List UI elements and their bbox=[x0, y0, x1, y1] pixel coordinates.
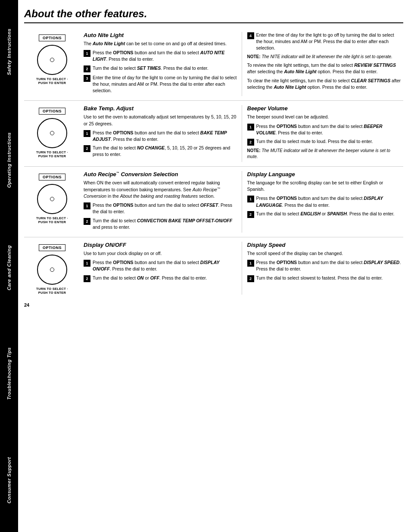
step-1-beeper: 1 Press the OPTIONS button and turn the … bbox=[247, 123, 402, 136]
feature-desc-auto-recipe: When ON the oven will automatically conv… bbox=[84, 180, 238, 199]
step-text-3: Enter the time of day for the light to c… bbox=[93, 75, 238, 94]
step-1-display-lang: 1 Press the OPTIONS button and turn the … bbox=[247, 195, 402, 208]
step-2-bake-temp: 2 Turn the dial to select NO CHANGE, 5, … bbox=[84, 145, 238, 158]
step-num-ar2: 2 bbox=[84, 218, 90, 225]
step-num-bv1: 1 bbox=[247, 124, 254, 131]
feature-desc-beeper: The beeper sound level can be adjusted. bbox=[247, 114, 402, 120]
step-2-display-lang: 2 Turn the dial to select ENGLISH or SPA… bbox=[247, 211, 402, 218]
note-nite-indicator: NOTE: The NITE indicator will be lit whe… bbox=[247, 54, 402, 60]
step-num-bv2: 2 bbox=[247, 139, 254, 146]
step-1-display-speed: 1 Press the OPTIONS button and turn the … bbox=[247, 259, 402, 272]
device-caption-2: TURN TO SELECT · PUSH TO ENTER bbox=[32, 150, 73, 158]
step-4-auto-nite-light: 4 Enter the time of day for the light to… bbox=[247, 32, 402, 52]
right-col-display-lang: Display Language The language for the sc… bbox=[242, 171, 404, 233]
options-button-2: OPTIONS bbox=[39, 108, 65, 115]
step-text-b1: Press the OPTIONS button and turn the di… bbox=[93, 130, 238, 143]
feature-desc-display-speed: The scroll speed of the display can be c… bbox=[247, 250, 402, 257]
step-2-display-onoff: 2 Turn the dial to select ON or OFF. Pre… bbox=[84, 275, 238, 282]
clear-settings-text: To clear the nite light settings, turn t… bbox=[247, 78, 402, 90]
dial-circle-1 bbox=[37, 45, 67, 75]
right-col-auto-nite-light: 4 Enter the time of day for the light to… bbox=[242, 32, 404, 96]
left-col-auto-nite-light: Auto Nite Light The Auto Nite Light can … bbox=[80, 32, 242, 96]
feature-desc-auto-nite-light: The Auto Nite Light can be set to come o… bbox=[84, 40, 238, 47]
note-mute-indicator: NOTE: The MUTE indicator will be lit whe… bbox=[247, 148, 402, 160]
tab-safety-instructions[interactable]: Safety Instructions bbox=[6, 25, 12, 79]
section-recipe-lang: OPTIONS TURN TO SELECT · PUSH TO ENTER A… bbox=[24, 167, 403, 237]
dial-circle-2 bbox=[37, 118, 67, 148]
step-num-b2: 2 bbox=[84, 145, 90, 152]
step-text-4: Enter the time of day for the light to g… bbox=[256, 32, 402, 52]
feature-title-auto-nite-light: Auto Nite Light bbox=[84, 32, 238, 38]
section-display-onoff-speed: OPTIONS TURN TO SELECT · PUSH TO ENTER D… bbox=[24, 237, 403, 299]
page-number: 24 bbox=[24, 302, 403, 308]
feature-desc-bake-temp: Use to set the oven to automatically adj… bbox=[84, 114, 238, 127]
step-text-ds2: Turn the dial to select slowest to faste… bbox=[256, 275, 402, 281]
main-content: About the other features. OPTIONS TURN T… bbox=[18, 0, 411, 532]
step-num-ds1: 1 bbox=[247, 260, 254, 267]
step-num-ar1: 1 bbox=[84, 202, 90, 209]
step-1-bake-temp: 1 Press the OPTIONS button and turn the … bbox=[84, 130, 238, 143]
step-num-ds2: 2 bbox=[247, 275, 254, 282]
step-num-4: 4 bbox=[247, 32, 254, 39]
step-text-do2: Turn the dial to select ON or OFF. Press… bbox=[93, 275, 238, 281]
step-text-bv2: Turn the dial to select mute to loud. Pr… bbox=[256, 138, 402, 145]
step-2-beeper: 2 Turn the dial to select mute to loud. … bbox=[247, 138, 402, 146]
left-col-display-onoff: Display ON/OFF Use to turn your clock di… bbox=[80, 242, 242, 295]
options-button-3: OPTIONS bbox=[39, 174, 65, 180]
dial-circle-4 bbox=[37, 255, 67, 285]
feature-title-bake-temp: Bake Temp. Adjust bbox=[84, 105, 238, 112]
step-2-display-speed: 2 Turn the dial to select slowest to fas… bbox=[247, 275, 402, 282]
step-text-b2: Turn the dial to select NO CHANGE, 5, 10… bbox=[93, 145, 238, 158]
feature-desc-display-lang: The language for the scrolling display c… bbox=[247, 180, 402, 193]
feature-title-display-speed: Display Speed bbox=[247, 242, 402, 248]
options-button-1: OPTIONS bbox=[39, 34, 65, 41]
page-title: About the other features. bbox=[24, 8, 403, 23]
left-col-bake-temp: Bake Temp. Adjust Use to set the oven to… bbox=[80, 105, 242, 162]
step-text-ar2: Turn the dial to select CONVECTION BAKE … bbox=[93, 218, 238, 230]
step-text-ar1: Press the OPTIONS button and turn the di… bbox=[93, 202, 238, 215]
step-num-do2: 2 bbox=[84, 275, 90, 282]
step-num-dl2: 2 bbox=[247, 211, 254, 218]
step-text-1: Press the OPTIONS button and turn the di… bbox=[93, 50, 238, 62]
step-num-dl1: 1 bbox=[247, 196, 254, 202]
step-text-dl2: Turn the dial to select ENGLISH or SPANI… bbox=[256, 211, 402, 217]
device-caption-3: TURN TO SELECT · PUSH TO ENTER bbox=[32, 216, 73, 224]
step-text-bv1: Press the OPTIONS button and turn the di… bbox=[256, 123, 402, 136]
step-num-b1: 1 bbox=[84, 130, 90, 137]
tab-troubleshooting[interactable]: Troubleshooting Tips bbox=[6, 344, 12, 403]
step-text-2: Turn the dial to select SET TIMES. Press… bbox=[93, 65, 238, 72]
dial-circle-3 bbox=[37, 184, 67, 214]
tab-operating-instructions[interactable]: Operating Instructions bbox=[6, 129, 12, 191]
section-bake-beeper: OPTIONS TURN TO SELECT · PUSH TO ENTER B… bbox=[24, 101, 403, 167]
tab-consumer-support[interactable]: Consumer Support bbox=[6, 454, 12, 507]
tab-care-cleaning[interactable]: Care and Cleaning bbox=[6, 242, 12, 294]
feature-title-auto-recipe: Auto Recipe™ Conversion Selection bbox=[84, 171, 238, 177]
device-illustration-1: OPTIONS TURN TO SELECT · PUSH TO ENTER bbox=[24, 32, 80, 96]
step-text-dl1: Press the OPTIONS button and turn the di… bbox=[256, 195, 402, 208]
device-caption-4: TURN TO SELECT · PUSH TO ENTER bbox=[32, 287, 73, 295]
step-num-1: 1 bbox=[84, 50, 90, 57]
right-col-display-speed: Display Speed The scroll speed of the di… bbox=[242, 242, 404, 295]
step-1-auto-nite-light: 1 Press the OPTIONS button and turn the … bbox=[84, 50, 238, 62]
feature-title-beeper: Beeper Volume bbox=[247, 105, 402, 112]
feature-desc-display-onoff: Use to turn your clock display on or off… bbox=[84, 250, 238, 257]
device-illustration-2: OPTIONS TURN TO SELECT · PUSH TO ENTER bbox=[24, 105, 80, 162]
step-3-auto-nite-light: 3 Enter the time of day for the light to… bbox=[84, 75, 238, 94]
options-button-4: OPTIONS bbox=[39, 244, 65, 251]
side-tabs: Safety Instructions Operating Instructio… bbox=[0, 0, 18, 532]
review-settings-text: To review the nite light settings, turn … bbox=[247, 62, 402, 75]
device-illustration-3: OPTIONS TURN TO SELECT · PUSH TO ENTER bbox=[24, 171, 80, 233]
device-caption-1: TURN TO SELECT · PUSH TO ENTER bbox=[32, 77, 73, 85]
step-text-do1: Press the OPTIONS button and turn the di… bbox=[93, 259, 238, 272]
left-col-auto-recipe: Auto Recipe™ Conversion Selection When O… bbox=[80, 171, 242, 233]
step-2-auto-recipe: 2 Turn the dial to select CONVECTION BAK… bbox=[84, 218, 238, 230]
step-num-3: 3 bbox=[84, 75, 90, 82]
feature-title-display-lang: Display Language bbox=[247, 171, 402, 177]
step-1-auto-recipe: 1 Press the OPTIONS button and turn the … bbox=[84, 202, 238, 215]
step-1-display-onoff: 1 Press the OPTIONS button and turn the … bbox=[84, 259, 238, 272]
section-auto-nite-light: OPTIONS TURN TO SELECT · PUSH TO ENTER A… bbox=[24, 28, 403, 101]
step-2-auto-nite-light: 2 Turn the dial to select SET TIMES. Pre… bbox=[84, 65, 238, 72]
step-text-ds1: Press the OPTIONS button and turn the di… bbox=[256, 259, 402, 272]
right-col-beeper: Beeper Volume The beeper sound level can… bbox=[242, 105, 404, 162]
device-illustration-4: OPTIONS TURN TO SELECT · PUSH TO ENTER bbox=[24, 242, 80, 295]
